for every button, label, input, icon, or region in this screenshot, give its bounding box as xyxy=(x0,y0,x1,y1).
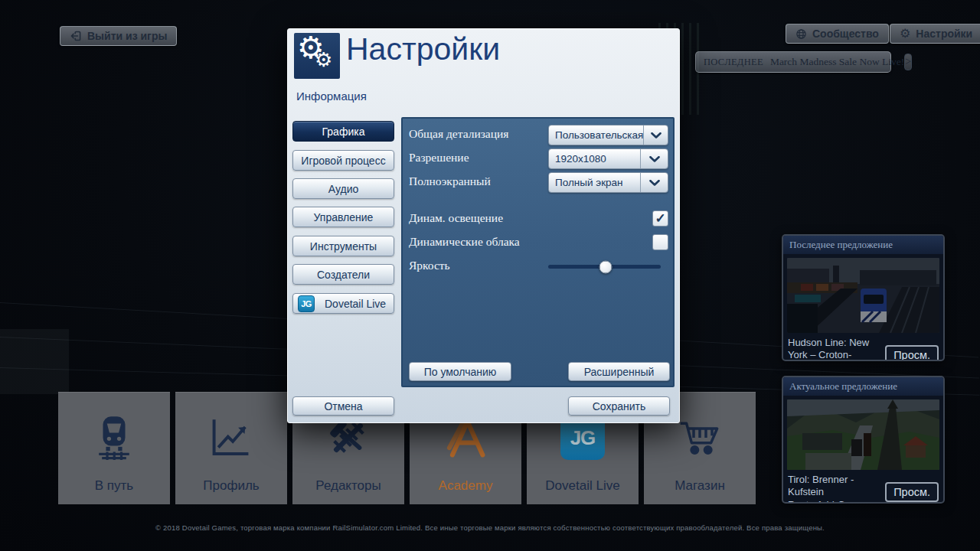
check-icon: ✓ xyxy=(655,212,665,225)
nav-label-editors: Редакторы xyxy=(315,478,381,494)
brightness-slider-thumb[interactable] xyxy=(599,260,612,273)
copyright-text: © 2018 Dovetail Games, торговая марка ко… xyxy=(0,523,980,532)
train-icon xyxy=(58,414,170,461)
community-button[interactable]: Сообщество xyxy=(786,24,889,44)
overall-detail-dropdown[interactable]: Пользовательская xyxy=(548,125,668,145)
dynamic-clouds-label: Динамические облака xyxy=(409,235,520,249)
tab-creators[interactable]: Создатели xyxy=(292,264,394,285)
latest-offer-card: Последнее предложение xyxy=(782,234,945,361)
tab-graphics[interactable]: Графика xyxy=(292,121,394,142)
latest-offer-view-button[interactable]: Просм. xyxy=(885,345,939,361)
save-button[interactable]: Сохранить xyxy=(568,396,670,416)
exit-game-button[interactable]: Выйти из игры xyxy=(60,26,177,46)
globe-icon xyxy=(795,28,807,40)
dialog-subtitle: Информация xyxy=(296,90,367,103)
fullscreen-dropdown[interactable]: Полный экран xyxy=(548,172,668,193)
chart-icon xyxy=(175,414,287,461)
gear-icon: ⚙ xyxy=(900,28,910,40)
tab-gameplay[interactable]: Игровой процесс xyxy=(292,150,394,171)
nav-label-academy: Academy xyxy=(439,478,493,494)
game-background: Выйти из игры Сообщество ⚙ Настройки ПОС… xyxy=(0,0,980,551)
dynamic-clouds-checkbox[interactable]: ✓ xyxy=(652,234,668,250)
nav-label-drive: В путь xyxy=(95,478,133,494)
cancel-button[interactable]: Отмена xyxy=(292,396,394,416)
settings-label: Настройки xyxy=(916,28,972,40)
brightness-label: Яркость xyxy=(409,259,450,272)
resolution-dropdown[interactable]: 1920x1080 xyxy=(548,148,668,169)
overall-detail-label: Общая детализация xyxy=(409,127,508,141)
nav-tile-profile[interactable]: Профиль xyxy=(175,392,287,504)
resolution-label: Разрешение xyxy=(409,151,469,165)
exit-game-label: Выйти из игры xyxy=(87,30,167,42)
brightness-slider[interactable] xyxy=(548,265,661,269)
defaults-button[interactable]: По умолчанию xyxy=(409,362,511,381)
nav-label-dovetail-live: Dovetail Live xyxy=(545,478,619,494)
settings-dialog: ⚙⚙ Настройки Информация Графика Игровой … xyxy=(287,28,680,423)
dovetail-live-logo: JG xyxy=(298,295,315,312)
settings-button[interactable]: ⚙ Настройки xyxy=(890,24,980,44)
news-tag: ПОСЛЕДНЕЕ xyxy=(704,57,763,68)
current-offer-card: Актуальное предложение Tirol: xyxy=(782,376,945,504)
nav-label-editors: Профиль xyxy=(203,478,259,494)
chevron-down-icon[interactable] xyxy=(640,173,668,192)
background-platform xyxy=(0,329,69,394)
nav-tile-drive[interactable]: В путь xyxy=(58,392,170,504)
dynamic-lighting-label: Динам. освещение xyxy=(409,211,503,225)
graphics-settings-panel: Общая детализация Пользовательская Разре… xyxy=(401,117,675,387)
tab-tools[interactable]: Инструменты xyxy=(292,236,394,256)
advanced-button[interactable]: Расширенный xyxy=(568,362,670,381)
community-label: Сообщество xyxy=(812,28,879,40)
fullscreen-label: Полноэкранный xyxy=(409,174,491,188)
latest-offer-header: Последнее предложение xyxy=(783,236,943,254)
nav-label-store: Магазин xyxy=(675,478,725,494)
news-text: March Madness Sale Now Live! xyxy=(770,56,904,68)
dialog-title: Настройки xyxy=(346,31,500,67)
settings-gears-icon: ⚙⚙ xyxy=(294,33,340,79)
news-banner[interactable]: ПОСЛЕДНЕЕ March Madness Sale Now Live! > xyxy=(695,51,891,73)
exit-icon xyxy=(70,30,82,42)
tab-dovetail-live[interactable]: JG Dovetail Live xyxy=(292,293,394,314)
chevron-down-icon[interactable] xyxy=(643,126,668,145)
latest-offer-image xyxy=(783,254,943,333)
tab-controls[interactable]: Управление xyxy=(292,207,394,227)
chevron-down-icon[interactable] xyxy=(640,149,668,168)
current-offer-header: Актуальное предложение xyxy=(783,377,943,396)
current-offer-image xyxy=(783,396,943,470)
dynamic-lighting-checkbox[interactable]: ✓ xyxy=(652,210,668,227)
current-offer-title: Tirol: Brenner - Kufstein Route Add-On xyxy=(788,474,885,504)
latest-offer-title: Hudson Line: New York – Croton-Harmo... xyxy=(788,337,885,361)
current-offer-view-button[interactable]: Просм. xyxy=(885,482,939,502)
tab-audio[interactable]: Аудио xyxy=(292,178,394,199)
news-next-button[interactable]: > xyxy=(904,54,912,70)
